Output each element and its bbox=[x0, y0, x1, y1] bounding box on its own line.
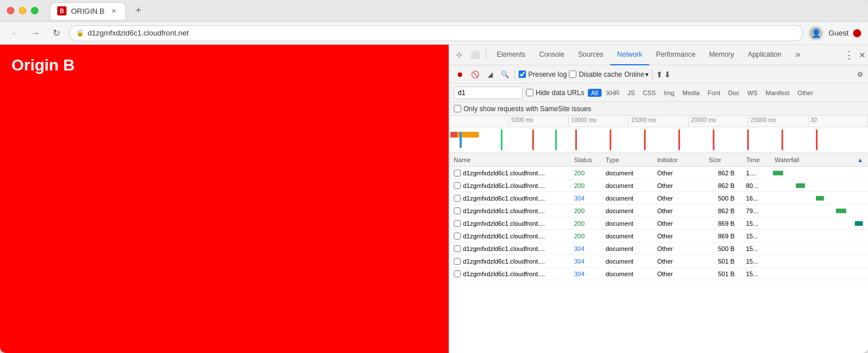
td-waterfall-3 bbox=[770, 205, 868, 217]
devtools-close-button[interactable]: ✕ bbox=[859, 50, 866, 60]
filter-pill-js[interactable]: JS bbox=[624, 89, 638, 97]
preserve-log-text: Preserve log bbox=[528, 70, 567, 79]
download-button[interactable]: ⬇ bbox=[664, 70, 671, 79]
td-type-4: document bbox=[601, 220, 653, 227]
th-type[interactable]: Type bbox=[601, 156, 653, 163]
table-row[interactable]: d1zgmfxdzld6c1.cloudfront.... 200 docume… bbox=[449, 179, 868, 192]
tab-console[interactable]: Console bbox=[532, 45, 571, 65]
filter-input[interactable] bbox=[454, 87, 523, 99]
timeline-area: 5000 ms 10000 ms 15000 ms 20000 ms 25000… bbox=[449, 116, 868, 153]
devtools-menu-button[interactable]: ⋮ bbox=[844, 49, 854, 61]
row-checkbox-1[interactable] bbox=[454, 182, 461, 189]
tab-elements[interactable]: Elements bbox=[490, 45, 532, 65]
notification-dot bbox=[853, 29, 861, 37]
search-button[interactable]: 🔍 bbox=[498, 68, 511, 81]
row-checkbox-6[interactable] bbox=[454, 245, 461, 252]
close-button[interactable] bbox=[7, 7, 14, 14]
samesite-checkbox[interactable] bbox=[454, 105, 461, 112]
filter-toggle-button[interactable]: ◢ bbox=[484, 68, 496, 81]
th-initiator[interactable]: Initiator bbox=[653, 156, 704, 163]
table-row[interactable]: d1zgmfxdzld6c1.cloudfront.... 304 docume… bbox=[449, 192, 868, 205]
row-checkbox-3[interactable] bbox=[454, 207, 461, 214]
table-row[interactable]: d1zgmfxdzld6c1.cloudfront.... 200 docume… bbox=[449, 217, 868, 230]
new-tab-button[interactable]: + bbox=[131, 3, 147, 19]
td-size-4: 869 B bbox=[704, 220, 741, 227]
disable-cache-text: Disable cache bbox=[579, 70, 622, 79]
filter-pill-xhr[interactable]: XHR bbox=[603, 89, 623, 97]
tab-close-button[interactable]: ✕ bbox=[109, 6, 119, 15]
td-type-5: document bbox=[601, 233, 653, 240]
filter-pill-font[interactable]: Font bbox=[704, 89, 724, 97]
row-checkbox-5[interactable] bbox=[454, 233, 461, 240]
row-checkbox-2[interactable] bbox=[454, 195, 461, 202]
th-name[interactable]: Name bbox=[449, 156, 569, 163]
th-size[interactable]: Size bbox=[704, 156, 741, 163]
tab-sources[interactable]: Sources bbox=[571, 45, 610, 65]
td-waterfall-0 bbox=[770, 167, 868, 179]
td-waterfall-8 bbox=[770, 268, 868, 280]
th-status[interactable]: Status bbox=[569, 156, 601, 163]
th-time[interactable]: Time bbox=[741, 156, 770, 163]
td-name-text-0: d1zgmfxdzld6c1.cloudfront.... bbox=[463, 170, 545, 176]
filter-pill-all[interactable]: All bbox=[588, 89, 602, 97]
filter-pill-media[interactable]: Media bbox=[679, 89, 703, 97]
profile-button[interactable]: 👤 bbox=[808, 25, 824, 41]
td-time-8: 15... bbox=[741, 270, 770, 277]
td-name-text-7: d1zgmfxdzld6c1.cloudfront.... bbox=[463, 258, 545, 265]
disable-cache-checkbox[interactable] bbox=[569, 70, 576, 78]
timeline-bar-red6 bbox=[678, 130, 680, 150]
cursor-tool-button[interactable]: ⊹ bbox=[451, 48, 466, 62]
table-row[interactable]: d1zgmfxdzld6c1.cloudfront.... 304 docume… bbox=[449, 268, 868, 280]
filter-pill-img[interactable]: Img bbox=[661, 89, 678, 97]
device-toggle-button[interactable]: ⬜ bbox=[468, 48, 482, 62]
back-button[interactable]: ← bbox=[7, 25, 23, 41]
forward-button[interactable]: → bbox=[28, 25, 44, 41]
td-name-text-4: d1zgmfxdzld6c1.cloudfront.... bbox=[463, 220, 545, 227]
table-row[interactable]: d1zgmfxdzld6c1.cloudfront.... 200 docume… bbox=[449, 167, 868, 179]
row-checkbox-4[interactable] bbox=[454, 220, 461, 227]
filter-pill-ws[interactable]: WS bbox=[744, 89, 761, 97]
td-initiator-2: Other bbox=[653, 195, 704, 202]
tick-5: 25000 ms bbox=[748, 116, 808, 127]
tab-application[interactable]: Application bbox=[741, 45, 788, 65]
maximize-button[interactable] bbox=[31, 7, 38, 14]
td-type-6: document bbox=[601, 245, 653, 252]
tab-network[interactable]: Network bbox=[610, 45, 649, 65]
th-waterfall[interactable]: Waterfall ▲ bbox=[770, 156, 868, 163]
clear-button[interactable]: 🚫 bbox=[469, 68, 481, 81]
table-row[interactable]: d1zgmfxdzld6c1.cloudfront.... 200 docume… bbox=[449, 230, 868, 242]
address-bar[interactable]: 🔒 d1zgmfxdzld6c1.cloudfront.net bbox=[69, 25, 803, 41]
row-checkbox-8[interactable] bbox=[454, 270, 461, 277]
filter-pill-other[interactable]: Other bbox=[794, 89, 817, 97]
more-tabs-button[interactable]: » bbox=[788, 45, 807, 65]
preserve-log-checkbox[interactable] bbox=[519, 70, 526, 78]
tab-memory[interactable]: Memory bbox=[702, 45, 741, 65]
toolbar-separator-3 bbox=[652, 69, 653, 80]
tab-performance[interactable]: Performance bbox=[649, 45, 702, 65]
table-row[interactable]: d1zgmfxdzld6c1.cloudfront.... 200 docume… bbox=[449, 205, 868, 217]
reload-button[interactable]: ↻ bbox=[48, 25, 64, 41]
network-table[interactable]: Name Status Type Initiator Size Time Wat… bbox=[449, 153, 868, 353]
filter-pill-css[interactable]: CSS bbox=[639, 89, 659, 97]
devtools-tabs: Elements Console Sources Network Perform… bbox=[490, 45, 843, 65]
row-checkbox-0[interactable] bbox=[454, 170, 461, 176]
td-waterfall-1 bbox=[770, 179, 868, 192]
row-checkbox-7[interactable] bbox=[454, 258, 461, 265]
minimize-button[interactable] bbox=[19, 7, 26, 14]
table-row[interactable]: d1zgmfxdzld6c1.cloudfront.... 304 docume… bbox=[449, 255, 868, 268]
settings-button[interactable]: ⚙ bbox=[857, 70, 863, 79]
filter-pill-manifest[interactable]: Manifest bbox=[762, 89, 793, 97]
td-name-text-1: d1zgmfxdzld6c1.cloudfront.... bbox=[463, 182, 545, 189]
td-size-0: 862 B bbox=[704, 170, 741, 176]
td-status-2: 304 bbox=[569, 195, 601, 202]
table-row[interactable]: d1zgmfxdzld6c1.cloudfront.... 304 docume… bbox=[449, 242, 868, 255]
browser-tab[interactable]: B ORIGIN B ✕ bbox=[50, 2, 126, 19]
throttle-select[interactable]: Online ▾ bbox=[625, 70, 649, 79]
filter-pill-doc[interactable]: Doc bbox=[725, 89, 743, 97]
upload-button[interactable]: ⬆ bbox=[656, 70, 663, 79]
page-title: Origin B bbox=[11, 56, 74, 74]
hide-data-checkbox[interactable] bbox=[526, 89, 533, 96]
timeline-bar-red2 bbox=[532, 130, 534, 150]
record-button[interactable]: ⏺ bbox=[454, 68, 466, 81]
title-bar: B ORIGIN B ✕ + bbox=[0, 0, 868, 22]
